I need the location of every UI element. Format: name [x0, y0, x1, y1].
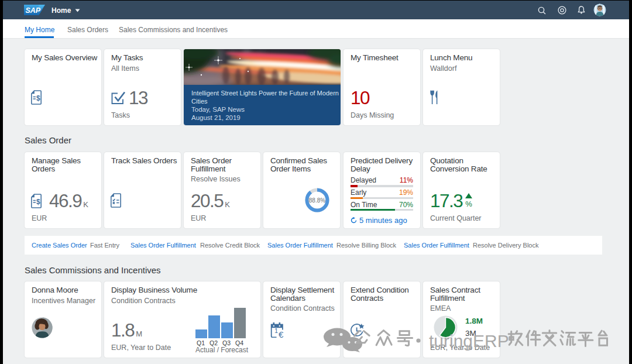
svg-text:€: € [279, 329, 284, 338]
svg-text:SAP: SAP [26, 6, 41, 15]
svg-text:1: 1 [274, 327, 278, 334]
svg-text:$: $ [36, 94, 40, 102]
svg-text:$: $ [36, 198, 40, 206]
svg-text:turingERP: turingERP [429, 331, 509, 351]
svg-text:88.8%: 88.8% [309, 197, 325, 204]
